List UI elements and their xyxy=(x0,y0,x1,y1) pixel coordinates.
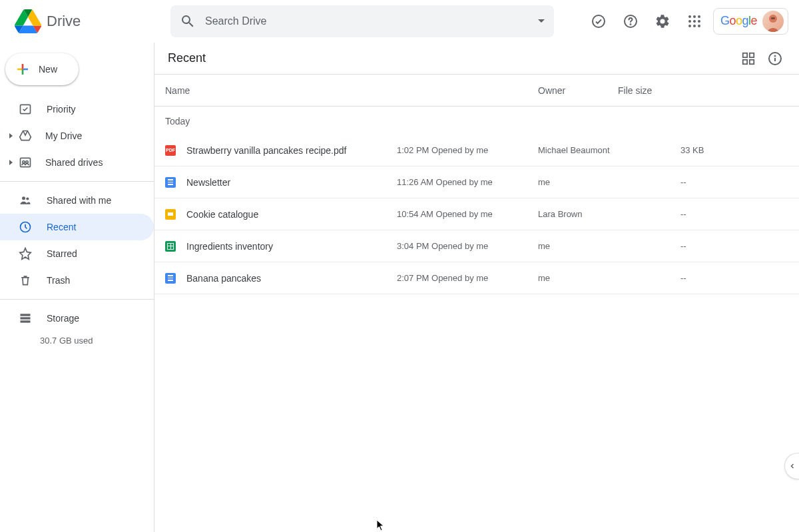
svg-point-19 xyxy=(26,197,29,200)
sidebar-item-priority[interactable]: Priority xyxy=(0,96,154,123)
sidebar-item-label: Trash xyxy=(47,275,70,286)
pdf-icon: PDF xyxy=(165,145,176,156)
file-owner: me xyxy=(538,177,680,187)
help-icon[interactable] xyxy=(617,8,644,35)
main: Recent Name Owner File size Today PDFStr… xyxy=(154,43,799,532)
header: Drive Google xyxy=(0,0,799,43)
priority-icon xyxy=(17,103,33,116)
sidebar-item-label: Shared with me xyxy=(47,195,111,206)
column-header-owner[interactable]: Owner xyxy=(538,85,618,96)
my-drive-icon xyxy=(17,129,33,142)
svg-point-7 xyxy=(693,20,696,23)
file-name: Strawberry vanilla pancakes recipe.pdf xyxy=(186,145,346,156)
svg-point-4 xyxy=(693,15,696,18)
sheets-icon xyxy=(165,241,176,252)
details-icon[interactable] xyxy=(762,45,788,72)
sidebar-item-storage[interactable]: Storage xyxy=(0,305,154,332)
shared-drives-icon xyxy=(17,156,33,169)
svg-point-3 xyxy=(688,15,691,18)
sidebar-item-shared-with-me[interactable]: Shared with me xyxy=(0,187,154,214)
search-icon xyxy=(180,13,196,29)
file-name: Banana pancakes xyxy=(186,273,261,284)
svg-rect-26 xyxy=(743,59,747,63)
file-row[interactable]: Ingredients inventory3:04 PM Opened by m… xyxy=(154,230,799,262)
svg-rect-25 xyxy=(750,53,754,57)
trash-icon xyxy=(17,274,33,287)
svg-point-30 xyxy=(775,55,776,56)
sidebar-item-my-drive[interactable]: My Drive xyxy=(0,123,154,149)
new-button-label: New xyxy=(39,64,57,75)
file-row[interactable]: Cookie catalogue10:54 AM Opened by meLar… xyxy=(154,198,799,230)
svg-point-16 xyxy=(23,161,25,163)
file-size: -- xyxy=(680,209,747,219)
svg-point-5 xyxy=(698,15,700,18)
search-options-icon[interactable] xyxy=(538,19,545,23)
nav-divider xyxy=(0,299,154,300)
sidebar-item-recent[interactable]: Recent xyxy=(0,214,154,240)
docs-icon xyxy=(165,273,176,284)
svg-rect-24 xyxy=(743,53,747,57)
svg-point-11 xyxy=(698,25,700,27)
file-owner: me xyxy=(538,241,680,251)
file-size: -- xyxy=(680,241,747,251)
file-time: 10:54 AM Opened by me xyxy=(397,209,538,219)
file-row[interactable]: Banana pancakes2:07 PM Opened by meme-- xyxy=(154,262,799,294)
starred-icon xyxy=(17,247,33,260)
svg-rect-21 xyxy=(21,314,31,316)
header-actions: Google xyxy=(585,8,788,35)
nav-divider xyxy=(0,181,154,182)
main-header: Recent xyxy=(154,43,799,75)
svg-rect-22 xyxy=(21,317,31,319)
chevron-right-icon[interactable] xyxy=(4,133,17,138)
account-chip[interactable]: Google xyxy=(713,8,788,35)
sidebar-item-label: Priority xyxy=(47,104,76,115)
svg-rect-23 xyxy=(21,320,31,322)
svg-point-8 xyxy=(698,20,700,23)
column-header-size[interactable]: File size xyxy=(618,85,698,96)
sidebar-item-label: Starred xyxy=(47,248,77,259)
file-owner: Michael Beaumont xyxy=(538,145,680,155)
apps-icon[interactable] xyxy=(681,8,708,35)
chevron-right-icon[interactable] xyxy=(4,160,17,165)
product-name: Drive xyxy=(47,13,81,30)
shared-with-me-icon xyxy=(17,194,33,207)
sidebar-item-starred[interactable]: Starred xyxy=(0,240,154,267)
page-title: Recent xyxy=(168,51,735,65)
file-time: 11:26 AM Opened by me xyxy=(397,177,538,187)
sidebar: New PriorityMy DriveShared drives Shared… xyxy=(0,43,154,532)
column-header-row: Name Owner File size xyxy=(154,75,799,107)
file-owner: Lara Brown xyxy=(538,209,680,219)
sidebar-item-label: Storage xyxy=(47,313,79,324)
svg-point-17 xyxy=(26,161,28,163)
file-time: 3:04 PM Opened by me xyxy=(397,241,538,251)
svg-point-0 xyxy=(593,15,605,27)
new-button[interactable]: New xyxy=(5,53,79,85)
plus-icon xyxy=(15,61,31,77)
sidebar-item-label: Recent xyxy=(47,222,76,232)
logo[interactable]: Drive xyxy=(11,8,170,35)
sidebar-item-label: Shared drives xyxy=(45,157,103,168)
avatar[interactable] xyxy=(762,11,784,32)
svg-point-18 xyxy=(22,196,25,200)
sidebar-item-trash[interactable]: Trash xyxy=(0,267,154,294)
svg-rect-15 xyxy=(21,158,31,166)
offline-status-icon[interactable] xyxy=(585,8,612,35)
drive-logo-icon xyxy=(15,8,41,35)
file-row[interactable]: Newsletter11:26 AM Opened by meme-- xyxy=(154,166,799,198)
column-header-name[interactable]: Name xyxy=(165,85,538,96)
slides-icon xyxy=(165,209,176,220)
storage-icon xyxy=(17,312,33,325)
view-toggle-icon[interactable] xyxy=(735,45,762,72)
file-name: Cookie catalogue xyxy=(186,209,258,220)
file-owner: me xyxy=(538,273,680,283)
svg-point-9 xyxy=(688,25,691,27)
file-size: 33 KB xyxy=(680,145,747,155)
file-row[interactable]: PDFStrawberry vanilla pancakes recipe.pd… xyxy=(154,134,799,166)
search-bar[interactable] xyxy=(170,5,554,37)
search-input[interactable] xyxy=(205,15,538,27)
sidebar-item-shared-drives[interactable]: Shared drives xyxy=(0,149,154,176)
svg-rect-27 xyxy=(750,59,754,63)
settings-icon[interactable] xyxy=(649,8,676,35)
svg-point-2 xyxy=(630,24,631,25)
file-name: Newsletter xyxy=(186,177,230,188)
